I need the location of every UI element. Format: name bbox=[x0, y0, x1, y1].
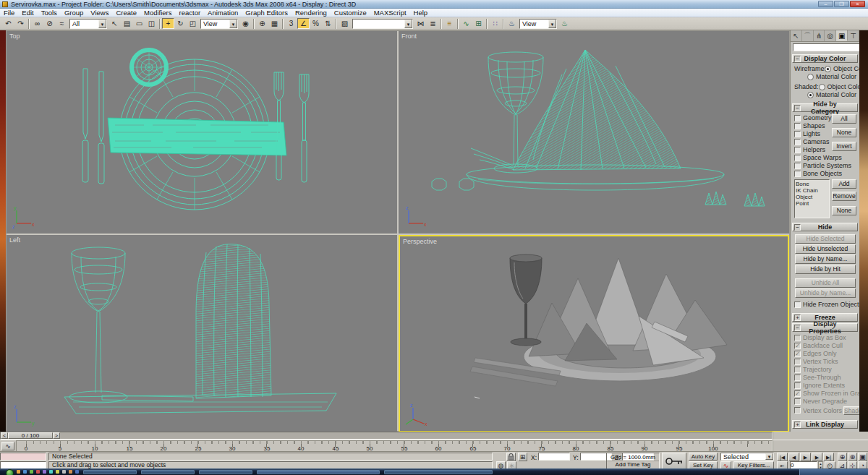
display-color-header[interactable]: − Display Color bbox=[792, 54, 858, 63]
display-tab-icon[interactable]: ▣ bbox=[836, 30, 848, 41]
taskbar-window-button[interactable] bbox=[83, 470, 137, 474]
collapse-icon[interactable]: − bbox=[794, 105, 801, 111]
collapse-icon[interactable]: − bbox=[794, 325, 801, 331]
menu-file[interactable]: File bbox=[0, 9, 18, 17]
restore-button[interactable]: ❐ bbox=[834, 1, 849, 7]
category-listbox[interactable]: Bone IK Chain Object Point bbox=[794, 179, 830, 218]
snap-3d-button[interactable]: 3 bbox=[285, 18, 297, 29]
zoom-extents-button[interactable]: ▣ bbox=[858, 453, 867, 461]
hierarchy-tab-icon[interactable]: ⋔ bbox=[814, 30, 825, 41]
list-item[interactable]: Point bbox=[796, 200, 828, 207]
curve-editor-button[interactable]: ∿ bbox=[460, 18, 472, 29]
time-slider-handle[interactable]: 0 / 100 bbox=[8, 432, 53, 439]
track-bar-ruler[interactable]: 0 5 10 15 20 25 30 35 40 45 50 55 60 65 … bbox=[16, 440, 773, 452]
dropdown-arrow-icon[interactable]: ▼ bbox=[548, 20, 556, 28]
menu-edit[interactable]: Edit bbox=[18, 9, 37, 17]
menu-graph-editors[interactable]: Graph Editors bbox=[242, 9, 292, 17]
object-name-field[interactable] bbox=[793, 43, 859, 51]
quick-render-button[interactable]: ♨ bbox=[558, 18, 571, 29]
dropdown-arrow-icon[interactable]: ▼ bbox=[765, 453, 773, 460]
menu-tools[interactable]: Tools bbox=[38, 9, 61, 17]
particle-systems-checkbox[interactable] bbox=[794, 163, 801, 169]
selection-region-button[interactable]: ▭ bbox=[133, 18, 145, 29]
key-filter-selection-dropdown[interactable]: Selected▼ bbox=[720, 453, 774, 461]
undo-button[interactable]: ↶ bbox=[2, 18, 14, 29]
display-as-box-checkbox[interactable] bbox=[794, 335, 801, 341]
quicklaunch-icon[interactable] bbox=[62, 470, 66, 474]
select-and-link-button[interactable]: ∞ bbox=[31, 18, 43, 29]
edges-only-checkbox[interactable] bbox=[794, 351, 801, 357]
taskbar-window-button[interactable] bbox=[257, 470, 380, 474]
quicklaunch-icon[interactable] bbox=[49, 470, 53, 474]
select-and-scale-button[interactable]: ◰ bbox=[187, 18, 199, 29]
next-frame-button[interactable]: ▶ bbox=[812, 453, 822, 461]
ignore-extents-checkbox[interactable] bbox=[794, 382, 801, 389]
wireframe-object-color-radio[interactable] bbox=[825, 66, 831, 72]
dropdown-arrow-icon[interactable]: ▼ bbox=[404, 20, 412, 28]
close-button[interactable]: × bbox=[850, 1, 865, 7]
viewport-top[interactable]: Top bbox=[7, 31, 397, 234]
x-coordinate-field[interactable] bbox=[538, 453, 570, 461]
angle-snap-button[interactable]: ∠ bbox=[297, 18, 310, 29]
set-keys-button[interactable] bbox=[662, 453, 686, 469]
quicklaunch-icon[interactable] bbox=[23, 470, 27, 474]
hide-frozen-objects-checkbox[interactable] bbox=[794, 301, 801, 308]
quicklaunch-icon[interactable] bbox=[30, 470, 33, 474]
menu-reactor[interactable]: reactor bbox=[176, 9, 205, 17]
hide-selected-button[interactable]: Hide Selected bbox=[795, 234, 856, 244]
auto-key-button[interactable]: Auto Key bbox=[689, 453, 718, 461]
menu-customize[interactable]: Customize bbox=[331, 9, 370, 17]
taskbar-window-button[interactable] bbox=[141, 470, 195, 474]
menu-rendering[interactable]: Rendering bbox=[292, 9, 331, 17]
align-button[interactable]: ≣ bbox=[427, 18, 439, 29]
bind-to-space-warp-button[interactable]: ≈ bbox=[56, 18, 68, 29]
layer-manager-button[interactable]: ≡ bbox=[443, 18, 456, 29]
cameras-checkbox[interactable] bbox=[794, 139, 801, 145]
category-all-button[interactable]: All bbox=[832, 114, 856, 124]
select-and-rotate-button[interactable]: ↻ bbox=[174, 18, 187, 29]
quicklaunch-icon[interactable] bbox=[75, 470, 79, 474]
hide-header[interactable]: − Hide bbox=[792, 223, 858, 231]
category-add-button[interactable]: Add bbox=[832, 179, 856, 189]
spinner-snap-button[interactable]: ⇅ bbox=[322, 18, 334, 29]
select-and-manipulate-button[interactable]: ⊕ bbox=[256, 18, 268, 29]
quicklaunch-icon[interactable] bbox=[56, 470, 59, 474]
expand-icon[interactable]: + bbox=[794, 314, 801, 321]
lights-checkbox[interactable] bbox=[794, 131, 801, 137]
category-invert-button[interactable]: Invert bbox=[832, 142, 856, 151]
maxscript-macro-recorder[interactable] bbox=[0, 453, 46, 461]
hide-by-category-header[interactable]: − Hide by Category bbox=[792, 103, 858, 112]
material-editor-button[interactable]: ∷ bbox=[489, 18, 501, 29]
viewport-front[interactable]: Front bbox=[399, 31, 789, 234]
menu-maxscript[interactable]: MAXScript bbox=[370, 9, 410, 17]
category-list-none-button[interactable]: None bbox=[832, 206, 856, 215]
menu-animation[interactable]: Animation bbox=[204, 9, 242, 17]
menu-modifiers[interactable]: Modifiers bbox=[140, 9, 176, 17]
helpers-checkbox[interactable] bbox=[794, 147, 801, 153]
space-warps-checkbox[interactable] bbox=[794, 155, 801, 161]
vertex-ticks-checkbox[interactable] bbox=[794, 359, 801, 365]
zoom-all-button[interactable]: ⊛ bbox=[848, 453, 857, 461]
go-to-start-button[interactable]: |◀ bbox=[777, 453, 788, 461]
percent-snap-button[interactable]: % bbox=[310, 18, 322, 29]
schematic-view-button[interactable]: ⊞ bbox=[472, 18, 485, 29]
quicklaunch-icon[interactable] bbox=[36, 470, 40, 474]
viewport-left[interactable]: Left bbox=[7, 235, 397, 432]
shaded-material-color-radio[interactable] bbox=[807, 92, 814, 98]
see-through-checkbox[interactable] bbox=[794, 375, 801, 381]
taskbar-window-button[interactable] bbox=[384, 470, 493, 474]
absolute-offset-toggle-icon[interactable]: ⊞ bbox=[518, 453, 527, 461]
show-frozen-in-gray-checkbox[interactable] bbox=[794, 390, 801, 397]
list-item[interactable]: IK Chain Object bbox=[796, 187, 828, 200]
trajectory-checkbox[interactable] bbox=[794, 367, 801, 373]
selection-lock-icon[interactable] bbox=[506, 453, 516, 461]
add-time-tag[interactable]: Add Time Tag bbox=[607, 461, 659, 468]
list-item[interactable]: Bone bbox=[796, 181, 828, 187]
dropdown-arrow-icon[interactable]: ▼ bbox=[229, 20, 237, 28]
hide-by-name-button[interactable]: Hide by Name... bbox=[795, 254, 856, 264]
vertex-colors-checkbox[interactable] bbox=[794, 407, 801, 414]
mini-curve-editor-button[interactable]: ∿ bbox=[1, 442, 14, 450]
start-orb-button[interactable] bbox=[6, 469, 14, 475]
display-properties-header[interactable]: − Display Properties bbox=[792, 323, 858, 332]
backface-cull-checkbox[interactable] bbox=[794, 343, 801, 349]
